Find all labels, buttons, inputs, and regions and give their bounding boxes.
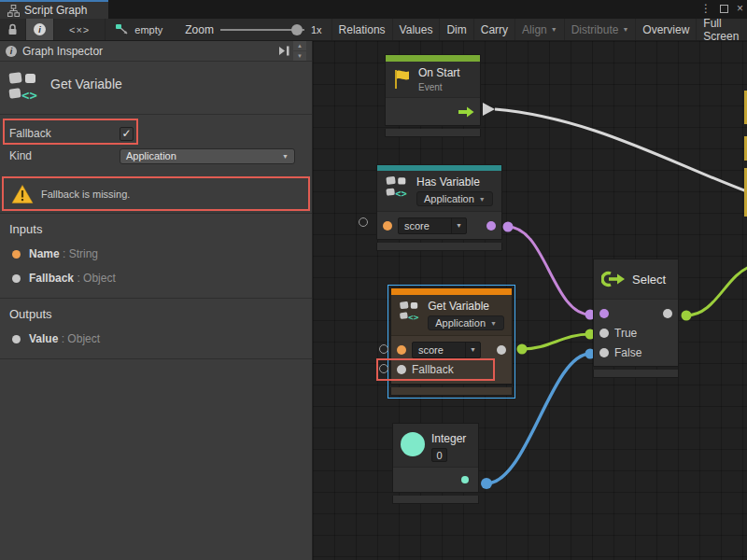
lock-icon xyxy=(7,23,18,35)
svg-text:<>: <> xyxy=(21,88,37,103)
name-input-port[interactable] xyxy=(383,221,392,231)
node-title: Get Variable xyxy=(428,300,504,313)
wire-endpoint xyxy=(517,344,528,355)
variable-icon: <> xyxy=(399,300,421,323)
wire-select-output[interactable] xyxy=(686,266,747,315)
unconnected-port-ring[interactable] xyxy=(379,364,388,373)
node-title: Has Variable xyxy=(416,175,493,189)
variable-name-field[interactable]: score ▼ xyxy=(412,342,481,358)
zoom-label: Zoom xyxy=(185,23,214,36)
maximize-icon[interactable] xyxy=(720,5,728,13)
output-pin-row: Value : Object xyxy=(0,327,312,351)
selection-output-port[interactable] xyxy=(663,309,672,318)
wire-endpoint xyxy=(682,311,692,321)
node-title: Integer xyxy=(431,432,466,445)
unconnected-port-ring[interactable] xyxy=(359,217,368,227)
flag-icon xyxy=(393,69,412,90)
unit-title: Get Variable xyxy=(50,71,122,91)
true-input-port[interactable] xyxy=(599,329,609,338)
unit-header: <> Get Variable xyxy=(0,62,312,114)
fallback-input-port[interactable] xyxy=(397,365,406,374)
value-output-port[interactable] xyxy=(461,476,469,483)
kind-dropdown[interactable]: Application ▼ xyxy=(120,148,295,164)
overview-button[interactable]: Overview xyxy=(636,19,697,40)
chevron-up-icon[interactable]: ▲ xyxy=(293,41,306,50)
script-graph-window: Script Graph ⋮ × i <×> empty xyxy=(0,0,747,560)
inputs-header: Inputs xyxy=(0,214,312,242)
variable-name-field[interactable]: score ▼ xyxy=(398,217,467,234)
info-icon: i xyxy=(34,23,46,35)
wire-getvariable-to-select-true[interactable] xyxy=(522,334,590,349)
graph-canvas[interactable]: On Start Event xyxy=(313,41,747,560)
kind-pill[interactable]: Application▼ xyxy=(428,315,504,330)
lock-button[interactable] xyxy=(0,19,26,40)
dock-panel-icon[interactable] xyxy=(277,46,290,56)
macro-label: empty xyxy=(134,24,162,35)
wire-hasvariable-to-select[interactable] xyxy=(508,227,590,315)
true-port-label: True xyxy=(614,327,637,340)
graph-inspector-panel: i Graph Inspector ▲ ▼ xyxy=(0,41,313,560)
event-color-bar xyxy=(386,55,480,62)
chevron-down-icon[interactable]: ▼ xyxy=(451,218,466,233)
chevron-down-icon: ▼ xyxy=(282,153,289,160)
kind-property-label: Kind xyxy=(9,149,120,162)
node-footer xyxy=(385,129,481,137)
node-has-variable[interactable]: <> Has Variable Application▼ score ▼ xyxy=(376,164,502,251)
graph-pointer-icon xyxy=(115,23,130,36)
inspector-title: Graph Inspector xyxy=(22,45,103,58)
chevron-down-icon: ▼ xyxy=(479,196,486,203)
node-title: On Start xyxy=(418,66,460,79)
input-pin-row: Fallback : Object xyxy=(0,266,312,290)
code-preview-button[interactable]: <×> xyxy=(54,19,106,40)
inspector-toggle-button[interactable]: i xyxy=(26,19,54,40)
variable-icon: <> xyxy=(7,71,41,103)
wire-onstart-flow[interactable] xyxy=(495,109,747,193)
node-on-start[interactable]: On Start Event xyxy=(385,54,481,137)
node-select[interactable]: Select True False xyxy=(593,259,679,378)
chevron-down-icon[interactable]: ▼ xyxy=(465,343,480,357)
chevron-down-icon[interactable]: ▼ xyxy=(293,51,306,61)
fallback-property-row: Fallback ✓ xyxy=(0,122,312,145)
node-integer[interactable]: Integer 0 xyxy=(392,423,479,504)
fallback-checkbox[interactable]: ✓ xyxy=(120,127,134,141)
warning-icon xyxy=(11,184,34,204)
flow-output-port[interactable] xyxy=(458,106,474,118)
distribute-button[interactable]: Distribute▼ xyxy=(565,19,637,40)
value-output-port[interactable] xyxy=(497,345,506,355)
node-subtitle: Event xyxy=(418,82,460,92)
result-output-port[interactable] xyxy=(486,221,496,231)
panel-spinner[interactable]: ▲ ▼ xyxy=(293,41,306,61)
tab-script-graph[interactable]: Script Graph xyxy=(0,0,108,19)
dim-button[interactable]: Dim xyxy=(440,19,473,40)
outputs-header: Outputs xyxy=(0,299,312,327)
close-icon[interactable]: × xyxy=(737,3,743,14)
flow-port-triangle xyxy=(483,103,495,116)
zoom-value: 1x xyxy=(311,24,322,35)
align-button[interactable]: Align▼ xyxy=(515,19,565,40)
false-port-label: False xyxy=(614,346,641,359)
chevron-down-icon: ▼ xyxy=(622,26,628,33)
false-input-port[interactable] xyxy=(599,348,609,357)
chevron-down-icon: ▼ xyxy=(551,26,557,33)
integer-value-field[interactable]: 0 xyxy=(431,448,447,462)
carry-button[interactable]: Carry xyxy=(474,19,515,40)
wire-endpoint xyxy=(481,478,492,489)
values-button[interactable]: Values xyxy=(393,19,441,40)
name-input-port[interactable] xyxy=(397,345,406,355)
menu-icon[interactable]: ⋮ xyxy=(700,3,712,14)
relations-button[interactable]: Relations xyxy=(332,19,393,40)
node-footer xyxy=(376,243,502,251)
macro-indicator[interactable]: empty xyxy=(106,19,172,40)
kind-pill[interactable]: Application▼ xyxy=(416,191,493,206)
port-dot xyxy=(12,335,21,343)
node-get-variable[interactable]: <> Get Variable Application▼ s xyxy=(390,287,513,396)
orange-color-bar xyxy=(391,288,512,295)
zoom-slider[interactable] xyxy=(220,29,304,31)
node-footer xyxy=(593,370,679,378)
unconnected-port-ring[interactable] xyxy=(379,344,388,354)
condition-input-port[interactable] xyxy=(599,309,609,318)
titlebar: Script Graph ⋮ × xyxy=(0,0,747,19)
input-pin-row: Name : String xyxy=(0,242,312,266)
zoom-slider-handle[interactable] xyxy=(291,24,303,35)
full-screen-button[interactable]: Full Screen xyxy=(697,19,747,40)
